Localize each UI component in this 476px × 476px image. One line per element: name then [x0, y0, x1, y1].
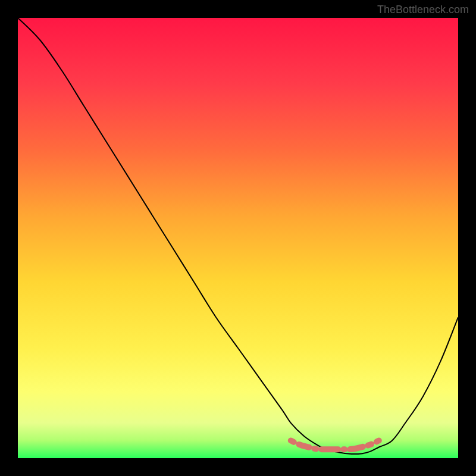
chart-container: TheBottleneck.com [0, 0, 476, 476]
plot-area [18, 18, 458, 458]
watermark-text: TheBottleneck.com [377, 4, 469, 16]
chart-svg [18, 18, 458, 458]
gradient-background [18, 18, 458, 458]
